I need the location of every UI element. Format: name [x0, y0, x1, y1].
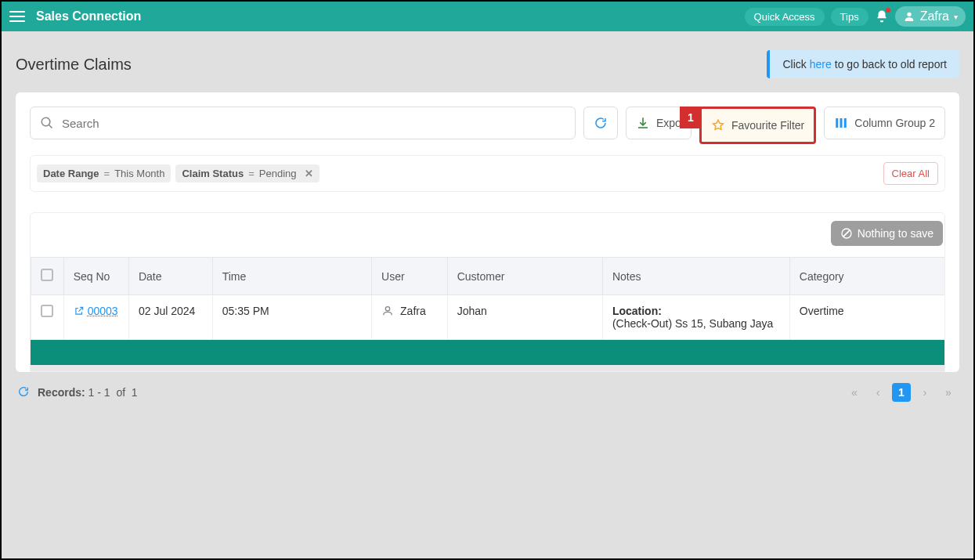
external-link-icon: [74, 305, 85, 316]
cell-category: Overtime: [789, 295, 944, 340]
footer-refresh-button[interactable]: [17, 385, 30, 400]
pager-prev[interactable]: ‹: [868, 383, 887, 402]
records-count: Records: 1 - 1 of 1: [38, 386, 138, 399]
download-icon: [636, 116, 650, 130]
filter-chip-claim-status[interactable]: Claim Status = Pending ✕: [175, 164, 319, 182]
pager-next[interactable]: ›: [915, 383, 934, 402]
cell-date: 02 Jul 2024: [128, 295, 212, 340]
user-menu[interactable]: Zafra ▾: [895, 6, 966, 27]
remove-chip-icon[interactable]: ✕: [305, 168, 313, 179]
quick-access-button[interactable]: Quick Access: [745, 8, 825, 26]
col-category[interactable]: Category: [789, 258, 944, 295]
svg-point-5: [385, 307, 389, 311]
cell-user: Zafra: [381, 305, 426, 317]
filter-chips: Date Range = This Month Claim Status = P…: [37, 164, 320, 182]
cell-time: 05:35 PM: [212, 295, 371, 340]
col-date[interactable]: Date: [128, 258, 212, 295]
banner-link[interactable]: here: [810, 58, 832, 70]
banner-suffix: to go back to old report: [835, 58, 947, 70]
nothing-to-save-button: Nothing to save: [831, 221, 943, 246]
col-time[interactable]: Time: [212, 258, 371, 295]
cell-customer: Johan: [447, 295, 602, 340]
search-field[interactable]: [30, 107, 576, 139]
search-icon: [40, 116, 54, 130]
table-header-row: Seq No Date Time User Customer Notes Cat…: [31, 258, 945, 295]
pager: « ‹ 1 › »: [845, 383, 958, 402]
col-customer[interactable]: Customer: [447, 258, 602, 295]
col-user[interactable]: User: [372, 258, 448, 295]
refresh-button[interactable]: [583, 107, 618, 139]
svg-rect-3: [844, 118, 847, 128]
seq-link[interactable]: 00003: [74, 305, 118, 317]
claims-table: Seq No Date Time User Customer Notes Cat…: [31, 257, 944, 340]
refresh-icon: [17, 385, 30, 398]
notifications-icon[interactable]: [875, 9, 889, 23]
refresh-icon: [594, 116, 608, 130]
person-icon: [381, 305, 394, 317]
favourite-filter-highlight: 1 Favourite Filter: [699, 107, 816, 144]
filter-chip-date-range[interactable]: Date Range = This Month: [37, 164, 171, 182]
pager-first[interactable]: «: [845, 383, 864, 402]
favourite-filter-label: Favourite Filter: [731, 119, 804, 132]
pager-page-current[interactable]: 1: [892, 383, 911, 402]
export-label: Expo: [656, 117, 681, 129]
column-group-button[interactable]: Column Group 2: [824, 107, 945, 139]
cell-notes: Location: (Check-Out) Ss 15, Subang Jaya: [602, 295, 789, 340]
columns-icon: [834, 116, 848, 130]
col-seq[interactable]: Seq No: [63, 258, 128, 295]
banner-prefix: Click: [782, 58, 806, 70]
svg-rect-2: [840, 118, 843, 128]
user-name: Zafra: [920, 9, 949, 23]
chevron-down-icon: ▾: [954, 13, 958, 21]
row-checkbox[interactable]: [41, 305, 53, 317]
svg-rect-1: [836, 118, 839, 128]
tips-button[interactable]: Tips: [831, 8, 868, 26]
table-row[interactable]: 00003 02 Jul 2024 05:35 PM Zafra: [31, 295, 945, 340]
top-bar: Sales Connection Quick Access Tips Zafra…: [2, 2, 973, 31]
info-banner: Click here to go back to old report: [767, 50, 959, 78]
highlight-badge: 1: [680, 107, 702, 128]
brand-title: Sales Connection: [36, 9, 141, 23]
footer: Records: 1 - 1 of 1 « ‹ 1 › »: [2, 372, 973, 413]
clear-all-button[interactable]: Clear All: [883, 162, 938, 185]
main-panel: Expo 1 Favourite Filter Column Group 2 D…: [16, 92, 959, 372]
page-title: Overtime Claims: [16, 56, 132, 74]
table-scroll[interactable]: Seq No Date Time User Customer Notes Cat…: [31, 257, 944, 371]
table-footer-strip: [31, 340, 944, 365]
select-all-checkbox[interactable]: [41, 269, 53, 281]
column-group-label: Column Group 2: [854, 117, 935, 129]
col-notes[interactable]: Notes: [602, 258, 789, 295]
svg-point-0: [907, 13, 911, 16]
prohibit-icon: [840, 227, 853, 240]
menu-icon[interactable]: [9, 11, 25, 22]
search-input[interactable]: [62, 117, 565, 130]
favourite-filter-button[interactable]: Favourite Filter: [702, 109, 814, 142]
user-icon: [903, 10, 915, 23]
star-icon: [711, 118, 725, 132]
pager-last[interactable]: »: [939, 383, 958, 402]
